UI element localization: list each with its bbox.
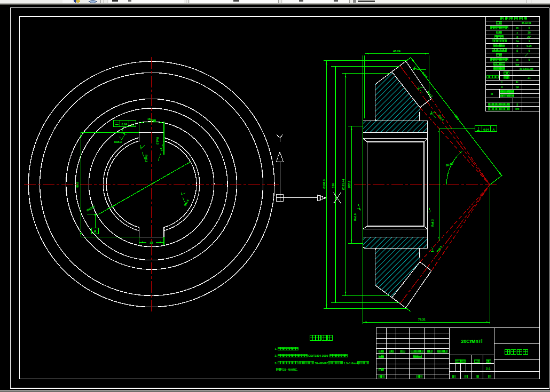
svg-text:0: 0 [529,50,530,52]
svg-text:96.6: 96.6 [76,182,79,188]
svg-text:GB/T1804-2000: GB/T1804-2000 [308,354,328,357]
svg-text:58~62HRC,: 58~62HRC, [315,362,329,365]
svg-text:fpt: fpt [516,86,519,89]
svg-text:76.31: 76.31 [418,318,426,321]
svg-text:A: A [94,229,97,233]
svg-text:Ø87.6: Ø87.6 [348,181,351,188]
svg-text:20°: 20° [527,36,531,38]
svg-text:0.25: 0.25 [527,45,532,47]
svg-text:xt: xt [516,59,519,61]
svg-text:Ra6.3: Ra6.3 [156,137,159,145]
svg-text:ha: ha [516,40,519,43]
svg-text:Ra6.3: Ra6.3 [145,155,148,162]
svg-text:Ra6.3: Ra6.3 [431,219,434,227]
svg-text:3.: 3. [275,362,278,365]
svg-text:A: A [131,123,134,126]
svg-text:150: 150 [332,183,335,188]
svg-text:Ø166.3: Ø166.3 [323,179,326,189]
svg-text:21: 21 [528,77,531,79]
svg-text:8c GB11365: 8c GB11365 [520,68,533,70]
svg-text:S: S [516,103,518,106]
svg-text:c: c [516,45,518,47]
svg-text:β: β [516,50,518,52]
svg-text:m: m [516,27,518,29]
svg-text:III: III [491,92,493,95]
svg-text:48.24: 48.24 [393,50,401,53]
svg-text:0.04: 0.04 [483,128,489,131]
svg-text:18: 18 [150,241,153,244]
svg-text:20CrMnTi: 20CrMnTi [461,339,483,344]
svg-text:20: 20 [528,31,531,34]
svg-text:0: 0 [529,59,530,61]
svg-text:0.04: 0.04 [122,123,128,126]
svg-text:33~45HRC.: 33~45HRC. [283,368,298,371]
svg-text:Fr: Fr [516,81,519,84]
svg-text:α: α [516,36,518,38]
svg-text:45-02.51: 45-02.51 [522,22,532,25]
svg-text:5: 5 [529,27,530,29]
svg-text:Ø161.44: Ø161.44 [342,179,345,190]
svg-text:1: 1 [529,40,530,43]
svg-text:1.: 1. [275,347,278,350]
svg-text:bw: bw [515,63,519,66]
svg-text:Ra6.3: Ra6.3 [114,140,122,143]
svg-text:1.3~1.6mm,: 1.3~1.6mm, [344,362,359,365]
svg-text:hm: hm [515,108,519,110]
svg-text:Ra1.6: Ra1.6 [353,213,357,221]
svg-text:18: 18 [147,117,151,121]
svg-text:2.: 2. [275,354,278,357]
svg-text:2:1: 2:1 [486,367,491,370]
